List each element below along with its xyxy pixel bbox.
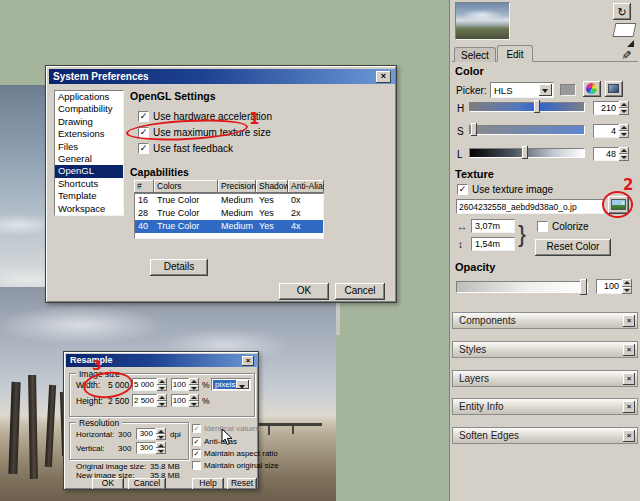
prefs-list-item-shortcuts[interactable]: Shortcuts	[55, 178, 123, 190]
prefs-list-item-template[interactable]: Template	[55, 190, 123, 202]
saturation-spinner[interactable]	[619, 124, 629, 138]
texture-height-field[interactable]: 1,54m	[471, 237, 515, 251]
panel-soften-edges[interactable]: Soften Edges ×	[452, 427, 638, 444]
prefs-list-item-general[interactable]: General	[55, 153, 123, 165]
table-header-precision[interactable]: Precision	[218, 180, 256, 193]
saturation-slider[interactable]	[469, 125, 585, 135]
width-percent-input[interactable]: 100	[171, 378, 189, 391]
use-texture-checkbox[interactable]: ✓ Use texture image	[457, 184, 553, 195]
dropdown-arrow-icon[interactable]	[236, 380, 249, 389]
picker-value: HLS	[494, 85, 512, 96]
panel-close-button[interactable]: ×	[623, 430, 635, 442]
close-icon: ×	[242, 356, 254, 365]
prefs-titlebar[interactable]: System Preferences	[49, 69, 395, 84]
resample-cancel-button[interactable]: Cancel	[128, 478, 166, 490]
resample-ok-button[interactable]: OK	[92, 478, 124, 490]
checkbox-checked-icon: ✓	[192, 449, 201, 458]
panel-entity-info[interactable]: Entity Info ×	[452, 398, 638, 415]
tab-select[interactable]: Select	[454, 47, 496, 62]
panel-layers[interactable]: Layers ×	[452, 370, 638, 387]
prefs-list-item-extensions[interactable]: Extensions	[55, 128, 123, 140]
prefs-close-button[interactable]: ×	[376, 71, 391, 83]
resample-help-button[interactable]: Help	[192, 478, 224, 490]
table-header-shadows[interactable]: Shadows	[256, 180, 288, 193]
maintain-aspect-checkbox[interactable]: ✓ Maintain aspect ratio	[192, 449, 278, 458]
resample-reset-button[interactable]: Reset	[227, 478, 257, 490]
prefs-list-item-compatibility[interactable]: Compatibility	[55, 103, 123, 115]
wooden-pole	[45, 385, 56, 467]
fast-feedback-checkbox[interactable]: ✓ Use fast feedback	[138, 143, 233, 154]
annotation-number-1: 1	[249, 110, 259, 128]
units-dropdown[interactable]: pixels	[211, 378, 251, 391]
width-spinner[interactable]	[157, 378, 167, 391]
pane-resize-icon	[627, 40, 634, 47]
details-button[interactable]: Details	[150, 259, 208, 276]
eyedropper-icon[interactable]: ✎	[619, 50, 633, 60]
vres-input[interactable]: 300	[136, 442, 156, 454]
materials-panel: ↻ Select Edit ✎ Color Picker: HLS H 210 …	[449, 0, 640, 501]
colorize-checkbox[interactable]: Colorize	[537, 221, 589, 232]
hres-spinner[interactable]	[156, 428, 166, 440]
close-icon: ×	[376, 71, 391, 82]
picker-dropdown[interactable]: HLS	[490, 82, 554, 98]
height-percent-spinner[interactable]	[189, 394, 199, 407]
lightness-value-field[interactable]: 48	[593, 147, 619, 161]
width-arrow-icon: ↔	[457, 221, 467, 232]
width-input[interactable]: 5 000	[132, 378, 157, 391]
swap-icon: ↻	[617, 6, 626, 18]
panel-close-button[interactable]: ×	[623, 401, 635, 413]
opacity-value-field[interactable]: 100	[596, 279, 622, 294]
table-header-colors[interactable]: Colors	[154, 180, 218, 193]
opacity-spinner[interactable]	[622, 279, 632, 294]
panel-close-button[interactable]: ×	[623, 315, 635, 327]
prefs-list-item-applications[interactable]: Applications	[55, 91, 123, 103]
height-input[interactable]: 2 500	[132, 394, 157, 407]
table-header-antialias[interactable]: Anti-Alias	[288, 180, 324, 193]
vres-spinner[interactable]	[156, 442, 166, 454]
prefs-list-item-workspace[interactable]: Workspace	[55, 203, 123, 215]
sketchup-screen: System Preferences × Applications Compat…	[0, 0, 640, 501]
panel-close-button[interactable]: ×	[623, 344, 635, 356]
opacity-slider[interactable]	[456, 281, 588, 293]
resample-close-button[interactable]: ×	[242, 356, 254, 366]
saturation-value-field[interactable]: 4	[593, 124, 619, 138]
texture-width-field[interactable]: 3,07m	[471, 219, 515, 233]
maintain-size-checkbox[interactable]: Maintain original size	[192, 461, 279, 470]
panel-components[interactable]: Components ×	[452, 312, 638, 329]
hue-slider-thumb[interactable]	[534, 100, 540, 113]
prefs-list-item-drawing[interactable]: Drawing	[55, 116, 123, 128]
height-spinner[interactable]	[157, 394, 167, 407]
prefs-list-item-opengl[interactable]: OpenGL	[55, 165, 123, 177]
lightness-slider-thumb[interactable]	[522, 146, 528, 159]
opacity-slider-thumb[interactable]	[580, 279, 587, 295]
width-percent-spinner[interactable]	[189, 378, 199, 391]
dropdown-arrow-icon[interactable]	[539, 84, 552, 96]
ok-button[interactable]: OK	[279, 283, 329, 300]
capabilities-row[interactable]: 16 True Color Medium Yes 0x	[135, 194, 323, 207]
cancel-button[interactable]: Cancel	[335, 283, 385, 300]
color-wheel-icon[interactable]	[583, 81, 601, 97]
active-material-swatch[interactable]	[613, 23, 637, 37]
hue-slider[interactable]	[469, 102, 585, 112]
opengl-settings-title: OpenGL Settings	[130, 90, 216, 102]
hue-spinner[interactable]	[619, 101, 629, 115]
lightness-label: L	[457, 149, 463, 160]
hue-value-field[interactable]: 210	[593, 101, 619, 115]
saturation-slider-thumb[interactable]	[471, 123, 477, 136]
horizontal-label: Horizontal:	[76, 430, 114, 439]
panel-styles[interactable]: Styles ×	[452, 341, 638, 358]
height-percent-input[interactable]: 100	[171, 394, 189, 407]
hres-input[interactable]: 300	[136, 428, 156, 440]
tab-edit[interactable]: Edit	[497, 45, 533, 62]
lightness-spinner[interactable]	[619, 147, 629, 161]
reset-color-button[interactable]: Reset Color	[535, 239, 611, 256]
secondary-pane-icon[interactable]: ↻	[613, 3, 631, 20]
screen-color-icon[interactable]	[605, 81, 623, 97]
texture-filename-field[interactable]: 2604232558_aebd9d38a0_o.jp	[456, 199, 604, 214]
panel-close-button[interactable]: ×	[623, 373, 635, 385]
table-header-num[interactable]: #	[134, 180, 154, 193]
capabilities-row-selected[interactable]: 40 True Color Medium Yes 4x	[135, 220, 323, 233]
capabilities-row[interactable]: 28 True Color Medium Yes 2x	[135, 207, 323, 220]
prefs-list-item-files[interactable]: Files	[55, 141, 123, 153]
opacity-section-title: Opacity	[455, 261, 495, 273]
